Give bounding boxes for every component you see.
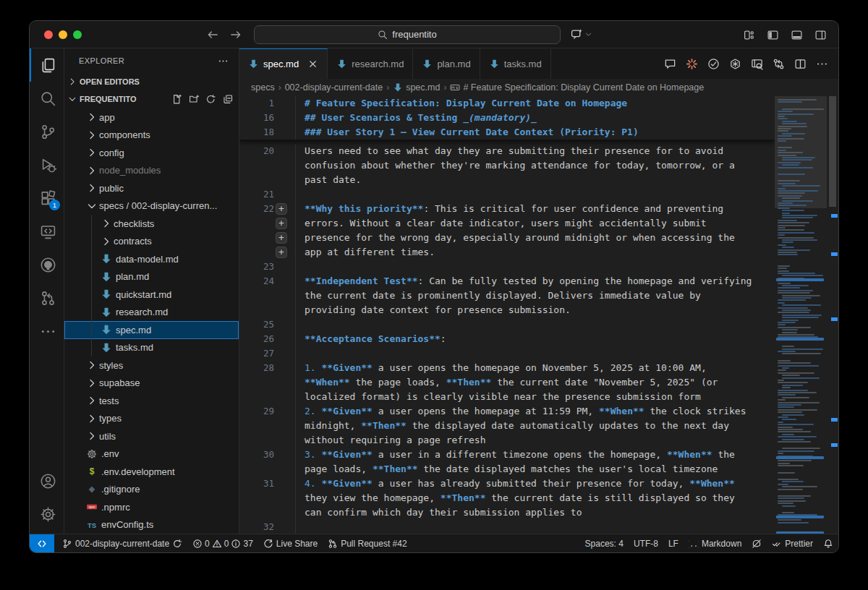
- tree-folder-tests[interactable]: tests: [64, 392, 239, 410]
- more-h-icon[interactable]: [816, 58, 828, 70]
- open-preview-icon[interactable]: [751, 58, 763, 70]
- collapse-all-icon[interactable]: [223, 94, 234, 105]
- tree-file-.npmrc[interactable]: npm.npmrc: [64, 498, 239, 516]
- breadcrumb-item[interactable]: specs: [251, 82, 275, 93]
- tab-spec-md[interactable]: spec.md: [239, 48, 328, 79]
- editor-line[interactable]: 21: [239, 187, 775, 202]
- panel-left-icon[interactable]: [767, 29, 779, 41]
- check-circle-icon[interactable]: [707, 58, 720, 70]
- editor-line[interactable]: 22+**Why this priority**: This is critic…: [239, 202, 775, 216]
- tree-file-quickstart.md[interactable]: quickstart.md: [64, 286, 239, 304]
- editor-line[interactable]: can confirm which day their submission a…: [239, 505, 775, 520]
- scrollbar-thumb[interactable]: [829, 96, 836, 207]
- editor-line[interactable]: 25: [239, 317, 775, 332]
- activity-item-remote-explorer[interactable]: [30, 215, 64, 248]
- editor-line[interactable]: 23: [239, 260, 775, 274]
- editor-content[interactable]: 20Users need to see what day they are su…: [239, 144, 775, 534]
- tree-folder-specs-002-display-curren...[interactable]: specs / 002-display-curren...: [64, 197, 239, 215]
- editor-line[interactable]: +errors. Without a clear date indicator,…: [239, 216, 775, 231]
- editor-line[interactable]: 27: [239, 346, 775, 361]
- tab-research-md[interactable]: research.md: [328, 48, 413, 79]
- tree-file-.env.development[interactable]: $.env.development: [64, 463, 239, 481]
- status-notifications[interactable]: [818, 534, 838, 552]
- tree-folder-contracts[interactable]: contracts: [64, 233, 239, 251]
- new-folder-icon[interactable]: [189, 94, 200, 105]
- status-live-share[interactable]: Live Share: [258, 534, 323, 552]
- tree-folder-config[interactable]: config: [64, 144, 239, 162]
- tree-folder-supabase[interactable]: supabase: [64, 375, 239, 393]
- status-eol[interactable]: LF: [663, 534, 684, 552]
- tree-file-envconfig.ts[interactable]: TSenvConfig.ts: [64, 516, 239, 534]
- activity-item-github[interactable]: [30, 248, 64, 281]
- close-window-button[interactable]: [44, 30, 53, 39]
- tree-folder-components[interactable]: components: [64, 127, 239, 145]
- status-remote[interactable]: [30, 534, 54, 552]
- refresh-icon[interactable]: [205, 94, 216, 105]
- comment-icon[interactable]: [664, 58, 676, 70]
- editor-line[interactable]: 281. **Given** a user opens the homepage…: [239, 361, 775, 375]
- editor-line[interactable]: **When** the page loads, **Then** the cu…: [239, 375, 775, 390]
- activity-item-extensions[interactable]: 1: [30, 181, 64, 215]
- tree-folder-checklists[interactable]: checklists: [64, 215, 239, 233]
- editor-line[interactable]: 32: [239, 520, 775, 534]
- add-comment-button[interactable]: +: [276, 232, 287, 244]
- add-comment-button[interactable]: +: [276, 247, 287, 258]
- panel-right-icon[interactable]: [814, 29, 827, 41]
- activity-item-explorer[interactable]: [30, 48, 64, 82]
- close-icon[interactable]: [307, 59, 318, 69]
- status-indentation[interactable]: Spaces: 4: [580, 534, 629, 552]
- add-comment-button[interactable]: +: [276, 203, 287, 215]
- add-comment-button[interactable]: +: [276, 218, 287, 229]
- tab-plan-md[interactable]: plan.md: [413, 48, 480, 79]
- activity-item-search[interactable]: [30, 82, 64, 115]
- tree-folder-utils[interactable]: utils: [64, 427, 239, 445]
- tree-file-spec.md[interactable]: spec.md: [64, 321, 239, 339]
- sidebar-more-icon[interactable]: [218, 56, 229, 67]
- editor-line[interactable]: localized format) is clearly visible nea…: [239, 390, 775, 404]
- editor-line[interactable]: 292. **Given** a user opens the homepage…: [239, 404, 775, 419]
- minimap[interactable]: [775, 96, 827, 534]
- breadcrumb-item[interactable]: spec.md: [393, 82, 440, 93]
- editor-line[interactable]: midnight, **Then** the displayed date au…: [239, 419, 775, 433]
- status-branch[interactable]: 002-display-current-date: [57, 534, 187, 552]
- editor-line[interactable]: +presence for the wrong day, especially …: [239, 231, 775, 245]
- tree-folder-node-modules[interactable]: node_modules: [64, 162, 239, 180]
- status-copilot[interactable]: [746, 534, 767, 552]
- editor-line[interactable]: past date.: [239, 173, 775, 187]
- split-editor-icon[interactable]: [794, 58, 807, 70]
- breadcrumb-item[interactable]: # Feature Specification: Display Current…: [450, 82, 704, 93]
- minimize-window-button[interactable]: [59, 30, 67, 39]
- tree-file-tasks.md[interactable]: tasks.md: [64, 339, 239, 357]
- back-icon[interactable]: [206, 28, 219, 41]
- activity-item-source-control[interactable]: [30, 115, 64, 148]
- editor-line[interactable]: providing date context for presence subm…: [239, 303, 775, 317]
- copilot-menu-button[interactable]: [571, 28, 592, 40]
- status-language[interactable]: {..}Markdown: [684, 534, 746, 552]
- tree-folder-app[interactable]: app: [64, 108, 239, 127]
- vertical-scrollbar[interactable]: [827, 96, 838, 534]
- editor-line[interactable]: +app at different times.: [239, 245, 775, 260]
- claude-icon[interactable]: [686, 58, 698, 70]
- editor-line[interactable]: the current date is prominently displaye…: [239, 288, 775, 303]
- tree-file-.gitignore[interactable]: .gitignore: [64, 481, 239, 499]
- layout-customize-icon[interactable]: [743, 29, 755, 41]
- activity-item-more[interactable]: [30, 315, 64, 348]
- editor-line[interactable]: 20Users need to see what day they are su…: [239, 144, 775, 158]
- panel-bottom-icon[interactable]: [791, 29, 803, 41]
- status-encoding[interactable]: UTF-8: [629, 534, 663, 552]
- forward-icon[interactable]: [229, 28, 242, 41]
- new-file-icon[interactable]: [171, 94, 182, 105]
- tab-tasks-md[interactable]: tasks.md: [480, 48, 551, 79]
- tree-file-research.md[interactable]: research.md: [64, 304, 239, 322]
- activity-item-pull-requests[interactable]: [30, 281, 64, 315]
- zoom-window-button[interactable]: [73, 30, 82, 39]
- tree-folder-types[interactable]: types: [64, 410, 239, 428]
- status-formatter[interactable]: Prettier: [767, 534, 818, 552]
- activity-item-accounts[interactable]: [30, 464, 64, 497]
- status-pull-request[interactable]: Pull Request #42: [323, 534, 412, 552]
- tree-file-plan.md[interactable]: plan.md: [64, 268, 239, 286]
- workspace-section[interactable]: FREQUENTITO: [64, 90, 239, 108]
- editor-line[interactable]: they view the homepage, **Then** the cur…: [239, 491, 775, 505]
- open-editors-section[interactable]: OPEN EDITORS: [64, 73, 239, 90]
- activity-item-run-debug[interactable]: [30, 148, 64, 181]
